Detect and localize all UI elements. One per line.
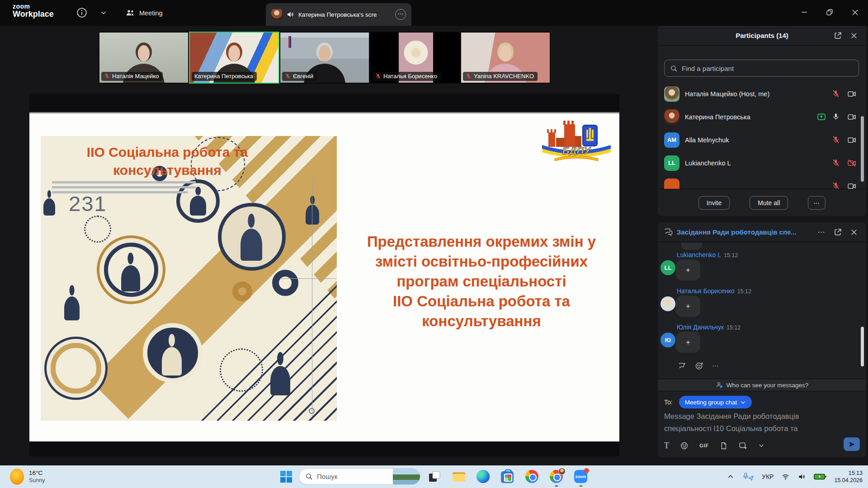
avatar: [664, 178, 679, 189]
tab-more-button[interactable]: ⋯: [395, 9, 406, 20]
invite-button[interactable]: Invite: [698, 196, 730, 210]
format-text-icon[interactable]: T: [664, 441, 669, 450]
screen-capture-icon[interactable]: [739, 441, 747, 450]
participant-row[interactable]: [658, 174, 863, 189]
popout-icon[interactable]: [832, 30, 844, 42]
taskbar-search[interactable]: Пошук: [299, 468, 420, 485]
university-logo: БДПУ: [539, 117, 614, 162]
popout-icon[interactable]: [832, 226, 844, 238]
participants-more-button[interactable]: ⋯: [808, 196, 826, 210]
windows-taskbar: 16°C Sunny Пошук zoom: [0, 465, 868, 488]
message-author: Юлія Данильчук15:12: [677, 324, 741, 331]
window-restore-button[interactable]: [819, 3, 840, 22]
author-name: Lukianchenko L: [677, 251, 721, 258]
find-participant-input[interactable]: Find a participant: [664, 60, 859, 77]
video-tile[interactable]: Наталія Мацейко: [99, 32, 189, 84]
search-placeholder: Пошук: [317, 473, 337, 480]
decor-circle: [232, 282, 252, 301]
share-letterbox-bottom: [29, 441, 619, 456]
chrome-icon[interactable]: [525, 470, 539, 483]
chat-message[interactable]: Lukianchenko L15:12 LL +: [658, 241, 863, 277]
tray-chevron-up-icon[interactable]: [727, 473, 734, 480]
slide-title-line: програм спеціальності: [346, 272, 617, 291]
zoom-app-icon[interactable]: zoom: [574, 470, 588, 483]
edge-icon[interactable]: [476, 470, 490, 483]
composer-toolbar: T GIF: [664, 438, 860, 453]
participant-silhouette-head: [136, 42, 152, 61]
chat-scrollbar[interactable]: [861, 327, 864, 366]
chrome-profile-icon[interactable]: [550, 470, 563, 483]
wifi-icon[interactable]: [781, 473, 790, 481]
close-icon[interactable]: [848, 226, 860, 238]
participant-row[interactable]: Наталія Мацейко (Host, me): [658, 82, 863, 105]
shared-slide: ІІО Соціальна робота та консультування 2…: [29, 112, 619, 441]
chat-message[interactable]: Наталья Борисенко15:12 +: [658, 277, 863, 314]
task-view-icon[interactable]: [428, 470, 441, 483]
recipient-selector[interactable]: Meeting group chat: [679, 396, 752, 408]
person-figure: [162, 334, 182, 375]
file-explorer-icon[interactable]: [452, 470, 466, 483]
attach-file-icon[interactable]: [720, 441, 728, 450]
chevron-down-icon[interactable]: [99, 9, 108, 16]
message-more-icon[interactable]: ⋯: [712, 362, 719, 370]
message-input[interactable]: Message Засідання Ради роботодавців спец…: [664, 410, 854, 435]
send-button[interactable]: [844, 437, 860, 451]
chevron-down-icon: [740, 399, 746, 405]
info-icon[interactable]: [76, 7, 88, 19]
participant-row[interactable]: LL Lukianchenko L: [658, 151, 863, 174]
mic-muted-icon: [832, 182, 841, 189]
video-tile[interactable]: Євгеній: [279, 32, 370, 84]
window-close-button[interactable]: [844, 3, 865, 22]
taskbar-apps: zoom: [428, 470, 588, 483]
close-icon[interactable]: [848, 30, 860, 42]
mute-all-button[interactable]: Mute all: [750, 196, 788, 210]
speaker-icon: [286, 10, 294, 19]
video-tile[interactable]: Yanina KRAVCHENKO: [460, 32, 551, 84]
person-figure: [270, 352, 290, 395]
weather-widget[interactable]: 16°C Sunny: [10, 469, 45, 485]
gif-icon[interactable]: GIF: [699, 443, 709, 448]
message-author: Lukianchenko L15:12: [677, 251, 738, 258]
participant-row[interactable]: Катерина Петровська: [658, 105, 863, 128]
tab-meeting[interactable]: Meeting: [126, 6, 163, 20]
recipient-row: To: Meeting group chat: [664, 396, 752, 408]
participant-row[interactable]: AM Alla Melnychuk: [658, 128, 863, 151]
chat-more-icon[interactable]: ⋯: [816, 226, 827, 238]
window-minimize-button[interactable]: [794, 3, 815, 22]
chat-message[interactable]: Юлія Данильчук15:12 Ю +: [658, 314, 863, 350]
slide-title-line: змісті освітньо-професійних: [346, 252, 617, 272]
add-reaction-icon[interactable]: [695, 361, 704, 371]
participant-name: Наталія Мацейко: [112, 73, 159, 80]
notification-badge: [584, 468, 589, 473]
who-can-see-bar[interactable]: Who can see your messages?: [658, 379, 866, 391]
emoji-icon[interactable]: [680, 441, 689, 450]
message-bubble[interactable]: +: [676, 332, 700, 353]
composer-placeholder-line1: Message Засідання Ради роботодавців: [664, 410, 854, 422]
microsoft-store-icon[interactable]: [501, 470, 514, 483]
share-letterbox-top: [29, 94, 619, 112]
battery-icon[interactable]: [814, 473, 826, 480]
start-button[interactable]: [280, 471, 292, 483]
window-titlebar: zoom Workplace Meeting Катерина Петровсь…: [0, 0, 868, 26]
search-placeholder: Find a participant: [682, 65, 734, 72]
avatar: [664, 86, 679, 102]
participant-name: Євгеній: [293, 73, 313, 80]
avatar: LL: [660, 260, 675, 275]
participant-silhouette-head: [497, 42, 514, 61]
language-indicator[interactable]: УКР: [762, 473, 774, 480]
reply-icon[interactable]: [678, 362, 687, 370]
participants-scrollbar[interactable]: [861, 116, 864, 182]
slide-number: 231: [69, 191, 107, 216]
tab-screen-share[interactable]: Катерина Петровська's scre ⋯: [266, 3, 411, 26]
share-presenter-avatar: [271, 9, 282, 20]
chevron-down-icon[interactable]: [758, 442, 764, 449]
mic-muted-icon: [832, 159, 841, 168]
video-background: [288, 36, 291, 48]
taskbar-clock[interactable]: 15:13 15.04.2026: [834, 469, 863, 484]
volume-icon[interactable]: [797, 473, 806, 481]
video-tile[interactable]: Катерина Петровська: [189, 32, 279, 84]
tray-date: 15.04.2026: [834, 477, 863, 484]
mic-in-use-icon[interactable]: [742, 472, 754, 481]
video-tile[interactable]: Наталья Борисенко: [370, 32, 460, 84]
decor-circle: [220, 348, 263, 392]
